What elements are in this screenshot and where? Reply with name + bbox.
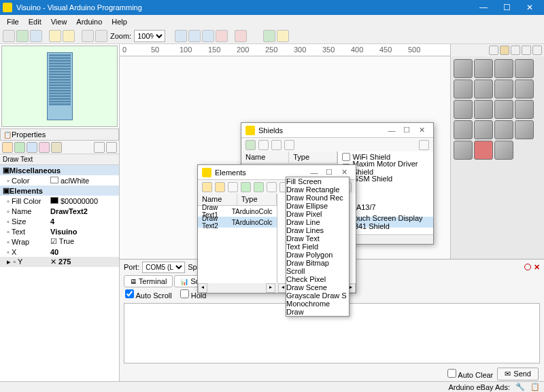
component-preview[interactable] [1,46,118,127]
shield-del-icon[interactable] [258,140,269,150]
grid-icon[interactable] [95,30,107,42]
prop-size[interactable]: ◦ Size4 [0,216,119,226]
save-icon[interactable] [30,30,42,42]
component-6[interactable] [474,79,493,99]
component-15[interactable] [494,120,513,139]
popup-draw-pixel[interactable]: Draw Pixel [286,210,349,218]
zoom-fit-icon[interactable] [202,30,214,42]
component-3[interactable] [494,59,513,78]
elem-up-icon[interactable] [267,182,277,192]
component-11[interactable] [494,100,513,119]
popup-draw-text[interactable]: Draw Text [286,234,349,243]
palette-cat3-icon[interactable] [532,46,542,55]
elements-max-icon[interactable]: ☐ [322,168,337,177]
component-2[interactable] [474,59,493,78]
redo-icon[interactable] [63,30,75,42]
autoclear-checkbox[interactable]: Auto Clear [447,369,493,379]
status-icon-2[interactable]: 📋 [530,382,540,391]
component-9[interactable] [454,100,473,119]
popup-scroll[interactable]: Scroll [286,267,349,275]
component-10[interactable] [474,100,493,119]
component-18[interactable] [474,141,493,160]
popup-draw-polygon[interactable]: Draw Polygon [286,251,349,259]
shields-header[interactable]: Shields — ☐ ✕ [241,123,433,138]
menu-arduino[interactable]: Arduino [72,16,106,27]
popup-draw-scene[interactable]: Draw Scene [286,283,349,291]
component-8[interactable] [515,79,534,99]
popup-fill-screen[interactable]: Fill Screen [286,177,349,185]
status-icon-1[interactable]: 🔧 [515,382,525,391]
zoom-out-icon[interactable] [188,30,201,42]
prop-btn-3[interactable] [27,142,37,153]
popup-grayscale-draw[interactable]: Grayscale Draw S [286,291,349,300]
prop-btn-5[interactable] [51,142,62,153]
record-icon[interactable] [524,264,531,270]
zoom-in-icon[interactable] [175,30,187,42]
zoom-select[interactable]: 100% [134,30,165,42]
popup-text-field[interactable]: Text Field [286,243,349,251]
tab-terminal[interactable]: 🖥 Terminal [124,275,173,287]
component-5[interactable] [454,79,473,99]
prop-y[interactable]: ▸ ◦ Y✕ 275 [0,257,119,267]
prop-btn-1[interactable] [2,142,13,153]
component-16[interactable] [515,120,534,139]
prop-btn-2[interactable] [14,142,25,153]
undo-icon[interactable] [49,30,61,42]
popup-draw-lines[interactable]: Draw Lines [286,226,349,234]
popup-draw-line[interactable]: Draw Line [286,218,349,226]
shield-up-icon[interactable] [271,140,282,150]
open-icon[interactable] [16,30,29,42]
palette-cat2-icon[interactable] [522,46,531,55]
prop-name[interactable]: ◦ NameDrawText2 [0,206,119,216]
menu-edit[interactable]: Edit [24,16,46,27]
layers-icon[interactable] [82,30,94,42]
shield-filter-icon[interactable] [419,140,429,150]
menu-view[interactable]: View [47,16,71,27]
property-tree[interactable]: ▣ Miscellaneous ◦ ColoraclWhite ▣ Elemen… [0,165,119,392]
send-button[interactable]: ✉ Send [497,368,539,380]
elem-add-icon[interactable] [241,182,251,192]
elem-tb-1[interactable] [202,182,212,192]
group-misc[interactable]: ▣ Miscellaneous [0,165,119,175]
shields-max-icon[interactable]: ☐ [399,126,414,135]
component-17[interactable] [454,141,473,160]
shield-down-icon[interactable] [284,140,294,150]
delete-icon[interactable] [235,30,247,42]
new-icon[interactable] [3,30,15,42]
group-elements[interactable]: ▣ Elements [0,185,119,196]
menu-file[interactable]: File [3,16,23,27]
component-1[interactable] [454,59,473,78]
popup-draw-round-rec[interactable]: Draw Round Rec [286,194,349,202]
popup-draw-ellipse[interactable]: Draw Ellipse [286,202,349,210]
minimize-button[interactable]: — [472,0,495,15]
prop-collapse-icon[interactable] [94,142,105,153]
popup-draw-rectangle[interactable]: Draw Rectangle [286,185,349,194]
port-select[interactable]: COM5 (L [142,262,185,273]
popup-draw-bitmap[interactable]: Draw Bitmap [286,259,349,267]
close-button[interactable]: ✕ [518,0,541,15]
prop-expand-icon[interactable] [106,142,117,153]
component-7[interactable] [494,79,513,99]
prop-wrap[interactable]: ◦ Wrap☑ True [0,236,119,247]
maximize-button[interactable]: ☐ [495,0,518,15]
palette-filter-icon[interactable] [489,46,498,55]
popup-check-pixel[interactable]: Check Pixel [286,275,349,283]
menu-help[interactable]: Help [107,16,131,27]
delete-log-icon[interactable]: ✕ [534,263,540,272]
elements-left-list[interactable]: NameType Draw Text1TArduinoColc Draw Tex… [198,194,277,283]
prop-fillcolor[interactable]: ◦ Fill Color$00000000 [0,196,119,206]
elements-close-icon[interactable]: ✕ [337,168,352,177]
autoscroll-checkbox[interactable]: Auto Scroll [125,289,172,300]
elem-tb-3[interactable] [228,182,238,192]
elements-min-icon[interactable]: — [307,168,322,177]
prop-color[interactable]: ◦ ColoraclWhite [0,175,119,185]
prop-text[interactable]: ◦ TextVisuino [0,226,119,236]
component-14[interactable] [474,120,493,139]
shields-close-icon[interactable]: ✕ [414,126,429,135]
elem-add2-icon[interactable] [254,182,264,192]
shield-add-icon[interactable] [245,140,256,150]
elem-tb-2[interactable] [215,182,225,192]
component-13[interactable] [454,120,473,139]
shields-min-icon[interactable]: — [384,126,399,135]
component-12[interactable] [515,100,534,119]
